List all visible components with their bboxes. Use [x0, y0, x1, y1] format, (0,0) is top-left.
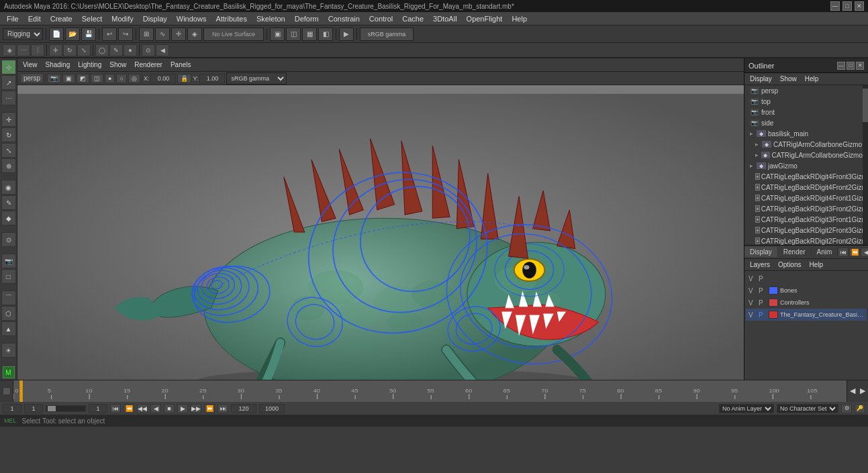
outliner-item-leg4[interactable]: + CATRigLegBackRDigit3Front2Gizmo	[744, 203, 863, 214]
menu-deform[interactable]: Deform	[291, 13, 323, 24]
controllers-visibility[interactable]: V	[749, 299, 757, 307]
gamma-btn[interactable]: sRGB gamma	[360, 28, 414, 41]
outliner-minimize-btn[interactable]: —	[837, 62, 845, 70]
soft-mod-tool[interactable]: ◯	[95, 44, 109, 56]
paint-tool[interactable]: ⋮	[31, 44, 44, 56]
redo-btn[interactable]: ↪	[118, 28, 133, 41]
x-lock-btn[interactable]: 🔒	[177, 74, 191, 83]
display-tab[interactable]: Display	[744, 247, 778, 257]
layer-row-bones[interactable]: V P Bones	[746, 284, 867, 297]
bones-visibility[interactable]: V	[749, 287, 757, 295]
cam-toggle-1[interactable]: ▣	[62, 74, 75, 83]
vp-renderer-menu[interactable]: Renderer	[132, 60, 165, 69]
outliner-item-arm1[interactable]: ▸ ◆ CATRiglArmCollarboneGizmo	[744, 139, 863, 150]
frame-range-val[interactable]	[89, 404, 107, 413]
outliner-display-menu[interactable]: Display	[747, 74, 775, 83]
outliner-item-side[interactable]: 📷 side	[744, 117, 863, 128]
open-file-btn[interactable]: 📂	[65, 28, 80, 41]
prev-frame-btn[interactable]: ◀	[861, 248, 868, 257]
help-menu[interactable]: Help	[806, 260, 826, 269]
gamma-select[interactable]: sRGB gamma	[226, 72, 287, 85]
universal-btn[interactable]: ⊕	[1, 158, 16, 173]
cam-toggle-3[interactable]: ◫	[91, 74, 103, 83]
current-frame-display[interactable]	[24, 404, 43, 413]
display-mode-3[interactable]: ▦	[302, 28, 317, 41]
scale-btn[interactable]: ⤡	[1, 143, 16, 158]
prev-key-frame-btn[interactable]: ⏪	[124, 404, 134, 413]
close-button[interactable]: ✕	[855, 1, 864, 11]
paint-mode-btn[interactable]: ↗	[1, 75, 16, 90]
outliner-item-leg3[interactable]: + CATRigLegBackRDigit4Front1Gizmo	[744, 193, 863, 203]
menu-cache[interactable]: Cache	[398, 13, 428, 24]
y-value-input[interactable]: 1.00	[199, 74, 225, 83]
go-end-btn[interactable]: ⏭	[218, 404, 228, 413]
display-mode-1[interactable]: ▣	[270, 28, 285, 41]
expand-plus-icon[interactable]: +	[755, 173, 760, 180]
region-btn[interactable]: □	[1, 269, 16, 284]
options-menu[interactable]: Options	[775, 260, 804, 269]
outliner-show-menu[interactable]: Show	[777, 74, 800, 83]
menu-windows[interactable]: Windows	[173, 13, 211, 24]
save-btn[interactable]: 💾	[81, 28, 96, 41]
show-manip-tool[interactable]: ⊙	[142, 44, 155, 56]
current-frame-input[interactable]	[3, 404, 21, 413]
char-set-btn-2[interactable]: 🔑	[855, 404, 865, 413]
menu-openflight[interactable]: OpenFlight	[463, 13, 507, 24]
menu-create[interactable]: Create	[46, 13, 77, 24]
range-end-input[interactable]	[259, 404, 285, 413]
expand-plus-icon[interactable]: +	[755, 227, 760, 233]
timeline-scroll-left[interactable]: ◀	[847, 380, 857, 402]
display-mode-2[interactable]: ◫	[286, 28, 301, 41]
vp-show-menu[interactable]: Show	[107, 60, 129, 69]
lasso-tool[interactable]: ⋯	[17, 44, 30, 56]
menu-attributes[interactable]: Attributes	[211, 13, 250, 24]
cam-toggle-2[interactable]: ◩	[77, 74, 89, 83]
menu-file[interactable]: File	[3, 13, 23, 24]
outliner-item-arm2[interactable]: ▸ ◆ CATRigLArmCollarboneGizmo	[744, 150, 863, 160]
rotate-tool[interactable]: ↻	[63, 44, 77, 56]
artisan-btn[interactable]: ✎	[1, 195, 16, 210]
bones-color[interactable]	[769, 286, 778, 295]
soft-sel-btn[interactable]: ◉	[1, 180, 16, 195]
undo-btn[interactable]: ↩	[102, 28, 117, 41]
cam-smooth[interactable]: ◎	[128, 74, 140, 83]
outliner-item-persp[interactable]: 📷 persp	[744, 85, 863, 96]
scene-color[interactable]	[769, 311, 778, 319]
scene-visibility[interactable]: V	[749, 311, 757, 319]
expand-plus-icon[interactable]: +	[755, 238, 760, 244]
outliner-item-leg2[interactable]: + CATRigLegBackRDigit4Front2Gizmo	[744, 182, 863, 193]
stop-btn[interactable]: ■	[164, 404, 175, 413]
maximize-button[interactable]: □	[842, 1, 852, 11]
menu-help[interactable]: Help	[508, 13, 531, 24]
expand-plus-icon[interactable]: +	[755, 195, 760, 201]
no-live-surface-btn[interactable]: No Live Surface	[203, 28, 264, 41]
move-btn[interactable]: ✛	[1, 112, 16, 127]
snap-surface-btn[interactable]: ◈	[187, 28, 202, 41]
show-manip-btn[interactable]: ⊙	[1, 232, 16, 247]
light-btn[interactable]: ☀	[1, 343, 16, 358]
x-value-input[interactable]: 0.00	[150, 74, 176, 83]
menu-skeleton[interactable]: Skeleton	[252, 13, 289, 24]
outliner-maximize-btn[interactable]: □	[847, 62, 855, 70]
curve-btn[interactable]: ⌒	[1, 291, 16, 305]
vp-panels-menu[interactable]: Panels	[168, 60, 194, 69]
prev-frame-2-btn[interactable]: ◀◀	[137, 404, 148, 413]
go-start-btn[interactable]: ⏮	[110, 404, 121, 413]
prev-key-btn[interactable]: ⏪	[849, 248, 860, 257]
mode-select[interactable]: Rigging	[3, 28, 43, 40]
anim-tab[interactable]: Anim	[812, 247, 838, 257]
last-tool[interactable]: ◀	[156, 44, 169, 56]
scale-tool[interactable]: ⤡	[77, 44, 91, 56]
menu-display[interactable]: Display	[139, 13, 171, 24]
bones-playback[interactable]: P	[759, 287, 767, 295]
go-to-start-btn[interactable]: ⏮	[838, 248, 849, 257]
menu-select[interactable]: Select	[78, 13, 107, 24]
next-frame-2-btn[interactable]: ▶▶	[191, 404, 201, 413]
character-set-select[interactable]: No Character Set	[777, 404, 838, 413]
menu-control[interactable]: Control	[365, 13, 397, 24]
sculpt-tool[interactable]: ✎	[109, 44, 123, 56]
timeline-ruler[interactable]: 0 5 10 15 20 25 30 35 40 45 50	[13, 380, 847, 402]
char-set-btn-1[interactable]: ⚙	[841, 404, 852, 413]
range-start-input[interactable]	[231, 404, 256, 413]
select-tool[interactable]: ◈	[3, 44, 16, 56]
